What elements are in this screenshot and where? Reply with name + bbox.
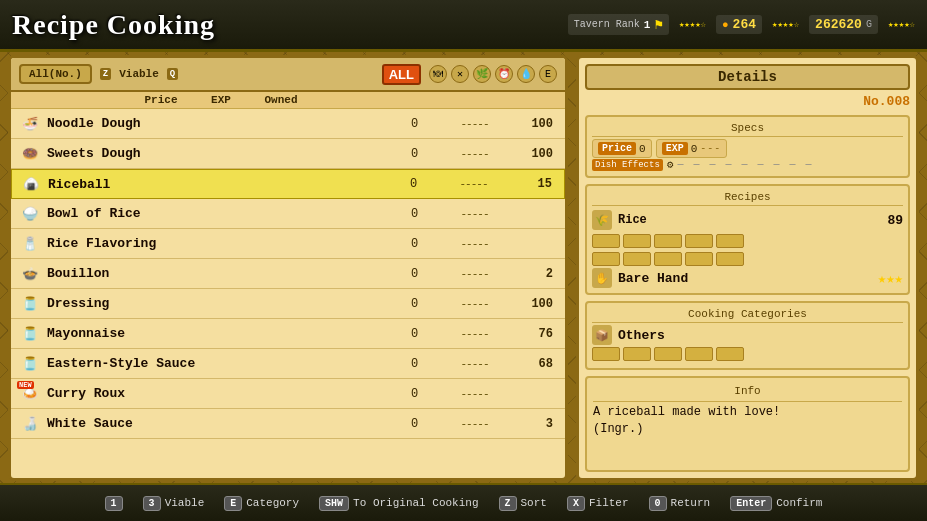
bare-hand-icon: ✋ [592,268,612,288]
recipe-icon: 🍶 [19,413,41,435]
tavern-rank-badge: Tavern Rank 1 ⚑ [568,14,669,35]
recipe-owned: 100 [507,297,557,311]
info-label: Info [593,384,902,402]
page-title: Recipe Cooking [12,9,215,41]
filter-icon-row: 🍽 ✕ 🌿 ⏰ 💧 E [429,65,557,83]
recipe-name: Bowl of Rice [47,206,387,221]
recipe-exp: ----- [442,418,507,430]
filter-icon-leaf[interactable]: 🌿 [473,65,491,83]
price-col-header: Price [131,94,191,106]
recipe-item[interactable]: 🍶White Sauce0-----3 [11,409,565,439]
btn-key[interactable]: 1 [105,496,123,511]
all-filter-button[interactable]: All(No.) [19,64,92,84]
btn-key[interactable]: SHW [319,496,349,511]
price-spec-label: Price [598,142,636,155]
info-section: Info A riceball made with love! (Ingr.) [585,376,910,472]
currency1-badge: ● 264 [716,15,762,34]
recipe-exp: ----- [442,328,507,340]
recipe-item[interactable]: 🍜Noodle Dough0-----100 [11,109,565,139]
recipe-icon: 🫙 [19,323,41,345]
btn-label: Confirm [776,497,822,509]
bare-hand-row: ✋ Bare Hand ★★★ [592,268,903,288]
header-bar: Recipe Cooking Tavern Rank 1 ⚑ ★★★★☆ ● 2… [0,0,927,52]
recipe-price: 0 [386,177,441,191]
details-header: Details [585,64,910,90]
cat-dash-row [592,345,903,363]
dash-row-1 [592,232,903,250]
recipe-item[interactable]: 🍚Bowl of Rice0----- [11,199,565,229]
btn-key[interactable]: X [567,496,585,511]
btn-label: Category [246,497,299,509]
specs-section: Specs Price 0 EXP 0 --- Dish Effects ⚙ —… [585,115,910,178]
recipe-item[interactable]: 🍲Bouillon0-----2 [11,259,565,289]
cat-dash-1 [592,347,620,361]
bare-hand-stars: ★★★ [878,270,903,287]
ingredient-row: 🌾 Rice 89 [592,208,903,232]
recipe-name: Riceball [48,177,386,192]
recipe-icon: 🫙 [19,353,41,375]
recipes-label: Recipes [592,191,903,206]
filter-icon-drop[interactable]: 💧 [517,65,535,83]
btn-key[interactable]: Enter [730,496,772,511]
recipe-item[interactable]: 🧂Rice Flavoring0----- [11,229,565,259]
recipe-exp: ----- [442,298,507,310]
btn-key[interactable]: E [224,496,242,511]
z-key: Z [100,68,111,80]
recipe-owned: 2 [507,267,557,281]
btn-label: Viable [165,497,205,509]
recipe-price: 0 [387,237,442,251]
stars-3: ★★★★☆ [888,19,915,30]
bare-hand-label: Bare Hand [618,271,688,286]
recipe-owned: 100 [507,147,557,161]
recipe-price: 0 [387,267,442,281]
column-headers: Price EXP Owned [11,92,565,109]
currency2-badge: 262620 G [809,15,878,34]
cat-dash-2 [623,347,651,361]
recipe-item[interactable]: 🫙Mayonnaise0-----76 [11,319,565,349]
price-spec: Price 0 [592,139,652,158]
tavern-rank-label: Tavern Rank [574,19,640,30]
recipe-icon: 🍲 [19,263,41,285]
cooking-cat-label: Cooking Categories [592,308,903,323]
others-label: Others [618,328,665,343]
recipe-item[interactable]: 🍩Sweets Dough0-----100 [11,139,565,169]
recipe-name: Bouillon [47,266,387,281]
recipe-price: 0 [387,417,442,431]
rank-icon: ⚑ [654,16,662,33]
filter-icon-clock[interactable]: ⏰ [495,65,513,83]
dish-effects-row: Dish Effects ⚙ — — — — — — — — — [592,158,903,171]
recipe-list-panel: All(No.) Z Viable Q ALL 🍽 ✕ 🌿 ⏰ 💧 E Pric… [8,55,568,481]
dash-box-9 [685,252,713,266]
recipe-icon: 🍙 [20,173,42,195]
dash-box-2 [623,234,651,248]
btn-key[interactable]: 3 [143,496,161,511]
ingredient-icon: 🌾 [592,210,612,230]
dash-box-3 [654,234,682,248]
main-area: All(No.) Z Viable Q ALL 🍽 ✕ 🌿 ⏰ 💧 E Pric… [8,55,919,481]
recipe-item[interactable]: 🍙Riceball0-----15 [11,169,565,199]
btn-label: To Original Cooking [353,497,478,509]
filter-icon-food[interactable]: 🍽 [429,65,447,83]
filter-icon-x[interactable]: ✕ [451,65,469,83]
recipe-price: 0 [387,297,442,311]
recipe-exp: ----- [442,358,507,370]
btn-key[interactable]: 0 [649,496,667,511]
recipe-icon: 🍜 [19,113,41,135]
exp-spec: EXP 0 --- [656,139,728,158]
filter-icon-e[interactable]: E [539,65,557,83]
button-hint-4: ZSort [499,496,547,511]
dish-dashes: — — — — — — — — — [677,159,813,170]
dash-box-1 [592,234,620,248]
q-key: Q [167,68,178,80]
recipe-price: 0 [387,327,442,341]
btn-key[interactable]: Z [499,496,517,511]
btn-label: Return [671,497,711,509]
recipe-item[interactable]: 🫙Dressing0-----100 [11,289,565,319]
recipe-price: 0 [387,357,442,371]
all-icon-button[interactable]: ALL [382,64,421,85]
recipe-item[interactable]: NEW🍛Curry Roux0----- [11,379,565,409]
recipe-item[interactable]: 🫙Eastern-Style Sauce0-----68 [11,349,565,379]
recipe-owned: 100 [507,117,557,131]
recipe-name: Sweets Dough [47,146,387,161]
exp-col-header: EXP [191,94,251,106]
